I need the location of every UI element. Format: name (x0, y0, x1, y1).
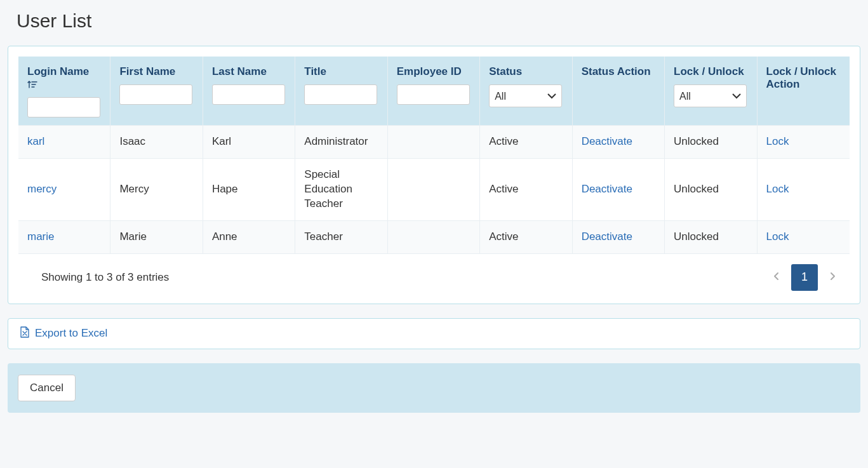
lock-action-link[interactable]: Lock (766, 183, 789, 195)
export-to-excel-link[interactable]: Export to Excel (20, 326, 107, 341)
cell-title: Administrator (295, 125, 387, 158)
col-header-lock-unlock-action-label: Lock / Unlock Action (766, 65, 837, 90)
table-row: marieMarieAnneTeacherActiveDeactivateUnl… (18, 220, 850, 254)
col-header-lock-unlock[interactable]: Lock / Unlock All (665, 57, 757, 125)
cell-lock-unlock: Unlocked (665, 220, 757, 254)
filter-first-name[interactable] (119, 84, 192, 105)
excel-file-icon (20, 326, 30, 341)
filter-last-name[interactable] (212, 84, 285, 105)
cell-last-name: Karl (203, 125, 295, 158)
sort-asc-icon (27, 80, 101, 91)
col-header-title-label: Title (304, 65, 326, 77)
cell-lock-action: Lock (758, 125, 850, 158)
cell-login-name: marie (18, 220, 110, 254)
cell-employee-id (388, 125, 480, 158)
col-header-lock-unlock-action: Lock / Unlock Action (758, 57, 850, 125)
col-header-first-name-label: First Name (119, 65, 175, 77)
col-header-employee-id-label: Employee ID (397, 65, 462, 77)
cell-employee-id (388, 158, 480, 220)
lock-action-link[interactable]: Lock (766, 231, 789, 243)
cell-first-name: Mercy (110, 158, 203, 220)
table-row: karlIsaacKarlAdministratorActiveDeactiva… (18, 125, 850, 158)
status-action-link[interactable]: Deactivate (582, 183, 632, 195)
status-action-link[interactable]: Deactivate (582, 135, 632, 147)
pager-prev-icon[interactable] (770, 271, 784, 284)
col-header-status[interactable]: Status All (480, 57, 572, 125)
cell-employee-id (388, 220, 480, 254)
col-header-first-name[interactable]: First Name (110, 57, 203, 125)
cancel-button[interactable]: Cancel (18, 375, 76, 401)
col-header-employee-id[interactable]: Employee ID (388, 57, 480, 125)
pager-next-icon[interactable] (825, 271, 839, 284)
cell-lock-unlock: Unlocked (665, 158, 757, 220)
export-to-excel-label: Export to Excel (35, 327, 107, 340)
cell-first-name: Marie (110, 220, 203, 254)
col-header-last-name[interactable]: Last Name (203, 57, 295, 125)
cell-first-name: Isaac (110, 125, 203, 158)
cell-status-action: Deactivate (573, 158, 665, 220)
table-row: mercyMercyHapeSpecial Education TeacherA… (18, 158, 850, 220)
login-name-link[interactable]: karl (27, 135, 44, 147)
cell-last-name: Hape (203, 158, 295, 220)
cell-lock-action: Lock (758, 158, 850, 220)
col-header-status-label: Status (489, 65, 522, 77)
cell-lock-unlock: Unlocked (665, 125, 757, 158)
cell-login-name: mercy (18, 158, 110, 220)
lock-action-link[interactable]: Lock (766, 135, 789, 147)
col-header-login-name-label: Login Name (27, 65, 89, 77)
status-action-link[interactable]: Deactivate (582, 231, 632, 243)
cell-status-action: Deactivate (573, 125, 665, 158)
filter-employee-id[interactable] (397, 84, 470, 105)
filter-status[interactable]: All (489, 84, 562, 107)
col-header-login-name[interactable]: Login Name (18, 57, 110, 125)
col-header-lock-unlock-label: Lock / Unlock (674, 65, 744, 77)
col-header-title[interactable]: Title (295, 57, 387, 125)
user-table: Login Name First Name (18, 57, 850, 254)
export-panel: Export to Excel (8, 318, 860, 349)
table-summary: Showing 1 to 3 of 3 entries (41, 271, 169, 284)
action-bar: Cancel (8, 363, 860, 413)
page-title: User List (17, 10, 860, 32)
cell-status: Active (480, 125, 572, 158)
pager-page-current[interactable]: 1 (791, 264, 818, 291)
login-name-link[interactable]: mercy (27, 183, 57, 195)
cell-last-name: Anne (203, 220, 295, 254)
user-list-panel: Login Name First Name (8, 46, 860, 304)
col-header-last-name-label: Last Name (212, 65, 267, 77)
col-header-status-action: Status Action (573, 57, 665, 125)
login-name-link[interactable]: marie (27, 231, 55, 243)
cell-login-name: karl (18, 125, 110, 158)
cell-status: Active (480, 220, 572, 254)
filter-lock-unlock[interactable]: All (674, 84, 747, 107)
cell-status-action: Deactivate (573, 220, 665, 254)
cell-title: Teacher (295, 220, 387, 254)
pager: 1 (770, 264, 839, 291)
cell-lock-action: Lock (758, 220, 850, 254)
cell-status: Active (480, 158, 572, 220)
filter-login-name[interactable] (27, 97, 100, 117)
filter-title[interactable] (304, 84, 377, 105)
col-header-status-action-label: Status Action (582, 65, 651, 77)
cell-title: Special Education Teacher (295, 158, 387, 220)
